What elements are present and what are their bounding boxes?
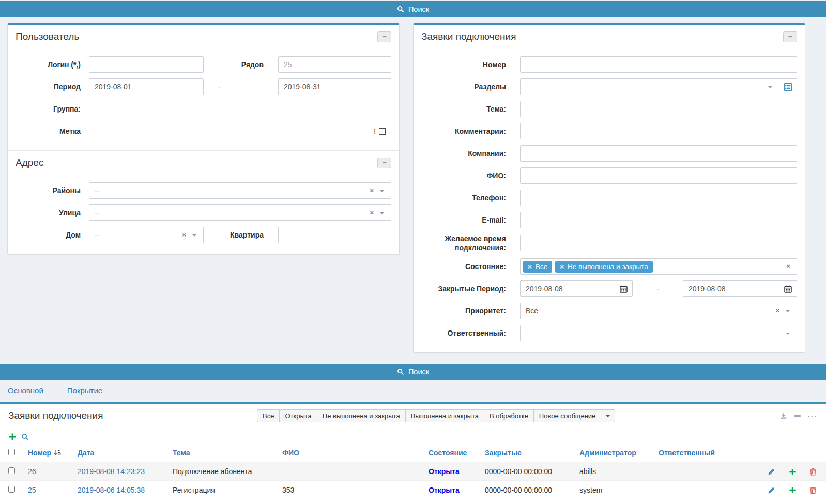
tag-input[interactable] — [89, 123, 368, 139]
pencil-icon — [769, 469, 775, 475]
rows-label: Рядов — [204, 60, 278, 69]
period-from-input[interactable] — [89, 78, 204, 95]
closed-to-input[interactable] — [683, 280, 779, 297]
filter-new-message-button[interactable]: Новое сообщение — [533, 410, 601, 422]
request-date-link[interactable]: 2019-08-08 14:23:23 — [78, 467, 145, 476]
table-toolbar — [0, 426, 826, 444]
period-to-input[interactable] — [278, 78, 391, 95]
number-input[interactable] — [520, 56, 797, 73]
tag-addon-button[interactable] — [368, 123, 391, 139]
clear-icon[interactable] — [786, 263, 790, 270]
request-number-link[interactable]: 25 — [28, 486, 36, 494]
street-select[interactable]: -- — [89, 204, 391, 221]
add-comment-button[interactable] — [789, 486, 796, 494]
state-tag-label: Все — [536, 263, 547, 271]
results-panel: Заявки подключения Все Открыта Не выполн… — [0, 404, 826, 504]
group-input[interactable] — [89, 101, 391, 117]
state-tag[interactable]: Все — [523, 261, 552, 273]
rows-input[interactable] — [278, 56, 391, 73]
state-multiselect[interactable]: Все Не выполнена и закрыта — [520, 258, 797, 275]
filter-not-done-closed-button[interactable]: Не выполнена и закрыта — [317, 410, 406, 422]
sections-list-button[interactable] — [779, 78, 797, 95]
edit-request-button[interactable] — [768, 486, 775, 494]
fio-input[interactable] — [520, 167, 797, 184]
collapse-requests-section-button[interactable] — [783, 32, 797, 42]
header-state[interactable]: Состояние — [429, 449, 467, 457]
search-table-icon[interactable] — [21, 433, 29, 441]
closed-period-label: Закрытые Период: — [421, 284, 520, 293]
user-section-header: Пользователь — [8, 25, 399, 49]
header-fio[interactable]: ФИО — [282, 449, 299, 457]
request-state-link[interactable]: Открыта — [429, 467, 460, 476]
districts-select[interactable]: -- — [89, 182, 391, 199]
header-number[interactable]: Номер — [28, 449, 51, 457]
request-admin: system — [579, 486, 602, 494]
sections-select[interactable] — [520, 78, 779, 95]
add-comment-button[interactable] — [789, 468, 796, 476]
user-section-body: Логин (*,) Рядов Период - Группа: Метка — [8, 49, 399, 150]
house-value: -- — [95, 231, 99, 239]
filter-dropdown-button[interactable] — [601, 410, 615, 422]
tab-coverage[interactable]: Покрытие — [67, 386, 102, 395]
delete-request-button[interactable] — [809, 468, 817, 476]
address-section-body: Районы -- Улица -- Дом — [8, 175, 399, 254]
edit-request-button[interactable] — [768, 468, 775, 476]
closed-to-calendar-button[interactable] — [779, 280, 797, 297]
more-options-icon[interactable] — [808, 413, 818, 419]
search-button-top[interactable]: Поиск — [0, 1, 826, 17]
phone-input[interactable] — [520, 190, 797, 206]
export-icon[interactable] — [780, 412, 787, 419]
row-checkbox[interactable] — [8, 467, 15, 474]
select-all-checkbox[interactable] — [8, 449, 15, 455]
login-input[interactable] — [89, 56, 204, 73]
clear-icon[interactable] — [775, 307, 779, 314]
collapse-results-icon[interactable] — [794, 415, 801, 417]
requests-section: Заявки подключения Номер Разделы — [414, 25, 805, 352]
companies-input[interactable] — [520, 145, 797, 162]
delete-request-button[interactable] — [809, 486, 817, 494]
state-label: Состояние: — [421, 262, 520, 271]
row-checkbox[interactable] — [8, 486, 15, 493]
request-state-link[interactable]: Открыта — [429, 486, 460, 494]
header-theme[interactable]: Тема — [173, 449, 190, 457]
request-number-link[interactable]: 26 — [28, 467, 36, 476]
tag-checkbox-icon[interactable] — [379, 128, 386, 135]
clear-icon[interactable] — [182, 231, 186, 238]
collapse-user-section-button[interactable] — [377, 32, 391, 42]
priority-value: Все — [526, 307, 538, 315]
filter-all-button[interactable]: Все — [257, 410, 280, 422]
remove-tag-icon[interactable] — [528, 263, 532, 271]
header-closed[interactable]: Закрытые — [485, 449, 522, 457]
theme-input[interactable] — [520, 101, 797, 117]
email-input[interactable] — [520, 212, 797, 228]
state-tag[interactable]: Не выполнена и закрыта — [555, 261, 653, 273]
tab-main[interactable]: Основной — [8, 386, 43, 395]
priority-label: Приоритет: — [421, 306, 520, 316]
search-button-bottom[interactable]: Поиск — [0, 364, 826, 380]
clear-icon[interactable] — [370, 187, 374, 194]
filter-in-progress-button[interactable]: В обработке — [484, 410, 534, 422]
filter-open-button[interactable]: Открыта — [279, 410, 317, 422]
desired-time-input[interactable] — [520, 235, 797, 251]
closed-from-calendar-button[interactable] — [615, 280, 633, 297]
header-date[interactable]: Дата — [78, 449, 94, 457]
apartment-input[interactable] — [278, 227, 391, 243]
remove-tag-icon[interactable] — [560, 263, 564, 271]
filter-done-closed-button[interactable]: Выполнена и закрыта — [405, 410, 484, 422]
priority-select[interactable]: Все — [520, 303, 797, 319]
request-date-link[interactable]: 2019-08-06 14:05:38 — [78, 486, 145, 494]
header-admin[interactable]: Администратор — [579, 449, 636, 457]
requests-section-title: Заявки подключения — [421, 31, 516, 42]
clear-icon[interactable] — [370, 209, 374, 216]
responsible-select[interactable] — [520, 325, 797, 341]
add-request-icon[interactable] — [8, 433, 17, 441]
chevron-down-icon — [786, 310, 790, 312]
header-responsible[interactable]: Ответственный — [659, 449, 715, 457]
house-select[interactable]: -- — [89, 227, 204, 243]
collapse-address-section-button[interactable] — [377, 158, 391, 168]
results-header: Заявки подключения Все Открыта Не выполн… — [0, 404, 826, 426]
trash-icon — [810, 487, 816, 489]
address-section-title: Адрес — [16, 157, 43, 168]
closed-from-input[interactable] — [520, 280, 615, 297]
comments-input[interactable] — [520, 123, 797, 139]
